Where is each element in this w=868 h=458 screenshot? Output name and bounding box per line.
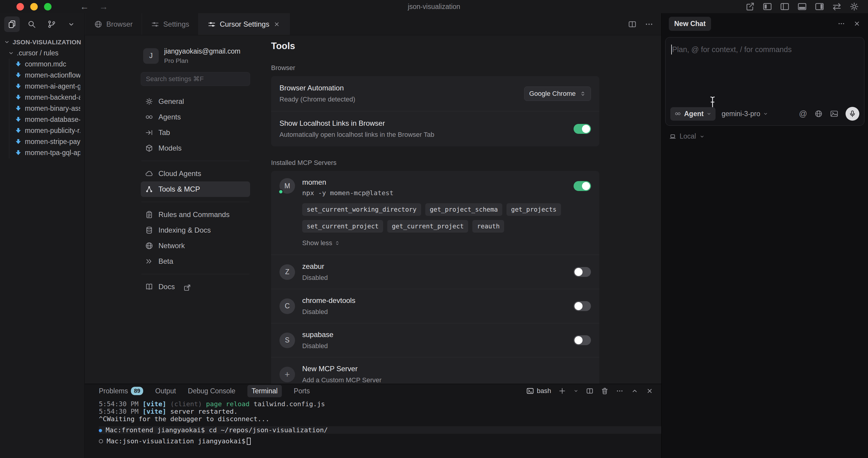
chevron-down-icon[interactable] xyxy=(63,17,79,32)
panel-tab-terminal[interactable]: Terminal xyxy=(247,385,282,397)
tree-item-file[interactable]: momen-stripe-pay... xyxy=(0,136,85,147)
panel-tab-ports[interactable]: Ports xyxy=(294,387,310,395)
web-search-icon[interactable] xyxy=(814,109,823,118)
tool-tag[interactable]: get_current_project xyxy=(387,220,468,233)
source-control-icon[interactable] xyxy=(44,17,59,32)
tab-settings[interactable]: Settings xyxy=(142,13,198,35)
tree-item-file[interactable]: momen-ai-agent-g... xyxy=(0,81,85,92)
maximize-window-button[interactable] xyxy=(44,3,52,10)
tree-item-file[interactable]: momen-tpa-gql-ap... xyxy=(0,147,85,158)
server-name: supabase xyxy=(302,330,567,339)
tool-tag[interactable]: get_project_schema xyxy=(425,203,503,216)
settings-nav-indexing[interactable]: Indexing & Docs xyxy=(141,222,250,238)
explorer-files-icon[interactable] xyxy=(4,17,20,32)
panel-tab-debug-console[interactable]: Debug Console xyxy=(188,387,236,395)
voice-input-button[interactable] xyxy=(845,107,859,121)
terminal-output[interactable]: 5:54:30 PM [vite] (client) page reload t… xyxy=(85,398,661,445)
mcp-server-zeabur: Z zeabur Disabled xyxy=(271,255,599,289)
settings-nav-cloud-agents[interactable]: Cloud Agents xyxy=(141,166,250,182)
file-tree: JSON-VISUALIZATION .cursor / rules commo… xyxy=(0,35,85,158)
close-chat-icon[interactable] xyxy=(853,20,861,28)
attach-image-icon[interactable] xyxy=(830,109,838,118)
settings-nav-beta[interactable]: Beta xyxy=(141,254,250,269)
tool-tag[interactable]: set_current_project xyxy=(302,220,383,233)
settings-nav-tab[interactable]: Tab xyxy=(141,125,250,140)
browser-automation-row: Browser Automation Ready (Chrome detecte… xyxy=(271,76,599,111)
toggle-right-panel-icon[interactable] xyxy=(815,2,824,11)
browser-select[interactable]: Google Chrome xyxy=(524,87,591,101)
tree-item-file[interactable]: common.mdc xyxy=(0,59,85,70)
new-chat-compose-icon[interactable] xyxy=(745,2,755,11)
tree-item-file[interactable]: momen-database-... xyxy=(0,114,85,125)
active-shell-label[interactable]: bash xyxy=(526,387,551,395)
terminal-dropdown-icon[interactable] xyxy=(573,388,579,394)
tree-item-project-root[interactable]: JSON-VISUALIZATION xyxy=(0,36,85,47)
sliders-icon xyxy=(208,20,216,28)
tab-browser[interactable]: Browser xyxy=(85,13,142,35)
localhost-links-toggle[interactable] xyxy=(574,124,591,134)
zeabur-toggle[interactable] xyxy=(574,267,591,277)
toggle-left-panel-icon[interactable] xyxy=(780,2,789,11)
text-caret xyxy=(671,44,672,55)
tool-tag[interactable]: set_current_working_directory xyxy=(302,203,421,216)
close-tab-icon[interactable] xyxy=(273,21,280,28)
mcp-server-supabase: S supabase Disabled xyxy=(271,323,599,357)
avatar: J xyxy=(143,48,159,64)
close-panel-icon[interactable] xyxy=(646,387,654,395)
panel-tab-output[interactable]: Output xyxy=(155,387,176,395)
settings-nav-tools-mcp[interactable]: Tools & MCP xyxy=(141,182,250,197)
browser-settings-card: Browser Automation Ready (Chrome detecte… xyxy=(271,76,599,146)
cube-icon xyxy=(145,144,153,152)
settings-nav-general[interactable]: General xyxy=(141,94,250,109)
panel-tab-problems[interactable]: Problems89 xyxy=(99,387,143,395)
search-icon[interactable] xyxy=(24,17,39,32)
layout-activitybar-icon[interactable] xyxy=(763,2,772,11)
toggle-bottom-panel-icon[interactable] xyxy=(797,2,807,11)
tool-tag[interactable]: reauth xyxy=(472,220,504,233)
new-terminal-icon[interactable] xyxy=(558,387,566,395)
tool-tag[interactable]: get_projects xyxy=(506,203,561,216)
settings-search-input[interactable] xyxy=(141,72,250,86)
swap-panels-icon[interactable] xyxy=(832,2,842,11)
window-controls xyxy=(17,3,52,10)
status-dot-online xyxy=(278,189,283,194)
database-icon xyxy=(145,226,153,234)
kill-terminal-icon[interactable] xyxy=(601,387,609,395)
new-mcp-server-row[interactable]: + New MCP Server Add a Custom MCP Server xyxy=(271,357,599,384)
chat-more-icon[interactable] xyxy=(837,20,845,28)
show-less-link[interactable]: Show less xyxy=(302,239,591,247)
settings-nav-rules[interactable]: Rules and Commands xyxy=(141,207,250,222)
mdc-file-icon xyxy=(14,149,22,157)
server-status: Disabled xyxy=(302,342,567,350)
supabase-toggle[interactable] xyxy=(574,335,591,345)
tree-item-file[interactable]: momen-publicity-r... xyxy=(0,125,85,136)
settings-gear-icon[interactable] xyxy=(849,2,859,11)
agent-mode-selector[interactable]: Agent xyxy=(670,107,716,121)
history-forward-button[interactable]: → xyxy=(99,1,108,12)
mention-context-icon[interactable]: @ xyxy=(799,109,807,119)
maximize-panel-icon[interactable] xyxy=(631,387,639,395)
tab-cursor-settings[interactable]: Cursor Settings xyxy=(198,13,290,35)
tree-item-file[interactable]: momen-backend-a... xyxy=(0,92,85,103)
tree-item-file[interactable]: momen-binary-ass... xyxy=(0,103,85,114)
chat-tab-new-chat[interactable]: New Chat xyxy=(669,17,711,31)
tree-item-folder[interactable]: .cursor / rules xyxy=(0,47,85,59)
model-selector[interactable]: gemini-3-pro xyxy=(721,110,768,118)
chat-input[interactable]: Plan, @ for context, / for commands Agen… xyxy=(665,37,864,126)
tree-item-file[interactable]: momen-actionflow... xyxy=(0,70,85,81)
settings-nav-docs[interactable]: Docs xyxy=(141,279,250,295)
settings-nav-agents[interactable]: Agents xyxy=(141,109,250,125)
more-actions-icon[interactable] xyxy=(645,20,654,29)
chrome-devtools-toggle[interactable] xyxy=(574,301,591,311)
minimize-window-button[interactable] xyxy=(30,3,38,10)
clipboard-icon xyxy=(145,210,153,219)
momen-toggle[interactable] xyxy=(574,181,591,191)
split-terminal-icon[interactable] xyxy=(586,387,594,395)
context-local-selector[interactable]: Local xyxy=(670,132,868,140)
settings-nav-network[interactable]: Network xyxy=(141,238,250,254)
more-actions-icon[interactable] xyxy=(616,387,624,395)
settings-nav-models[interactable]: Models xyxy=(141,140,250,156)
close-window-button[interactable] xyxy=(17,3,24,10)
history-back-button[interactable]: ← xyxy=(80,1,89,12)
split-editor-icon[interactable] xyxy=(628,20,637,29)
